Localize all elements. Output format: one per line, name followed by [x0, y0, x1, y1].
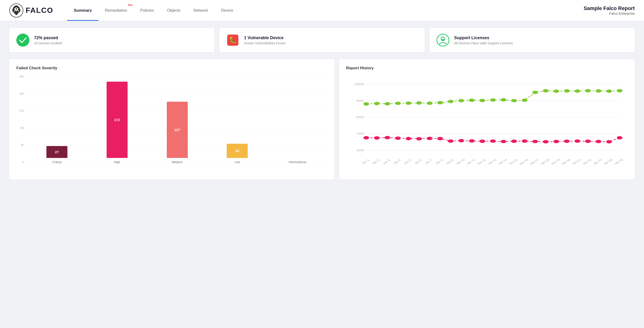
line-dot-passed — [501, 98, 506, 102]
report-title: Sample Falco Report — [584, 5, 635, 12]
line-dot-failed — [574, 139, 580, 143]
nav-item-remediation[interactable]: RemediationNew — [98, 0, 134, 21]
line-chart-panel: Report History 2004006008001000Jan 1Jan … — [339, 59, 635, 180]
line-dot-failed — [427, 137, 432, 140]
bar-value-label: 32 — [235, 149, 239, 153]
bar-x-label: Informational — [289, 160, 306, 164]
chart-y-label: 1000 — [354, 83, 364, 86]
bar-x-label: Low — [234, 160, 240, 164]
bar-low: 32 — [227, 144, 248, 158]
line-dot-failed — [416, 137, 422, 140]
line-dot-failed — [585, 140, 591, 143]
card-title-licenses: Support Licenses — [454, 36, 513, 40]
bar-x-label: High — [114, 160, 120, 164]
bar-critical: 27 — [46, 146, 68, 158]
bar-value-label: 127 — [174, 128, 180, 132]
chart-x-label: Jan 5 — [403, 159, 412, 165]
svg-point-6 — [442, 39, 444, 41]
chart-x-label: Jan 6 — [413, 159, 423, 165]
logo-area: FALCO — [9, 4, 53, 18]
line-dot-failed — [522, 139, 528, 143]
line-dot-failed — [406, 137, 411, 140]
line-dot-passed — [469, 98, 475, 102]
chart-x-label: Jan 16 — [518, 158, 530, 165]
summary-card-licenses: Support Licenses All Devices Have Valid … — [430, 28, 635, 52]
line-dot-passed — [480, 99, 485, 102]
summary-cards-row: 72% passed 43 Devices Audited 🐛 1 Vulner… — [9, 28, 635, 52]
line-dot-failed — [511, 140, 517, 143]
line-dot-failed — [596, 140, 601, 143]
line-dot-failed — [490, 139, 496, 143]
report-title-area: Sample Falco Report Falco Enterprise — [584, 5, 635, 16]
bar-chart-title: Failed Check Severity — [16, 66, 328, 70]
line-dot-passed — [364, 102, 369, 106]
line-dot-failed — [554, 140, 559, 143]
chart-y-label: 600 — [356, 116, 364, 119]
bars-container: 27Critical172High127Medium32LowInformati… — [27, 75, 328, 164]
line-dot-passed — [617, 89, 622, 92]
card-text-passed: 72% passed 43 Devices Audited — [34, 36, 62, 45]
chart-y-label: 200 — [356, 149, 364, 152]
bar-group-high: 172High — [87, 75, 147, 164]
summary-card-vulnerable: 🐛 1 Vulnerable Device Known Vulnerabilit… — [219, 28, 424, 52]
line-dot-passed — [606, 89, 612, 93]
chart-x-label: Jan 3 — [382, 159, 391, 165]
y-axis-label: 120 — [16, 109, 26, 112]
line-dot-failed — [448, 139, 454, 143]
card-subtitle-licenses: All Devices Have Valid Support Licenses — [454, 41, 513, 45]
line-dot-passed — [385, 102, 390, 106]
line-dot-passed — [554, 89, 559, 93]
logo-text: FALCO — [26, 6, 53, 15]
bar-group-medium: 127Medium — [147, 75, 207, 164]
line-dot-passed — [416, 101, 422, 105]
chart-x-label: Jan 20 — [560, 158, 572, 165]
line-dot-failed — [364, 136, 369, 140]
chart-x-label: Jan 13 — [486, 158, 498, 165]
bar-group-informational: Informational — [267, 75, 328, 164]
summary-card-passed: 72% passed 43 Devices Audited — [9, 28, 214, 52]
report-subtitle: Falco Enterprise — [584, 12, 635, 16]
line-dot-passed — [543, 89, 548, 92]
chart-x-label: Jan 21 — [571, 158, 582, 165]
line-dot-failed — [395, 136, 401, 140]
line-dot-passed — [596, 89, 601, 92]
line-dot-passed — [511, 99, 517, 102]
line-dot-passed — [490, 98, 496, 102]
chart-x-label: Jan 14 — [497, 158, 508, 165]
line-dot-failed — [469, 139, 475, 143]
bar-group-critical: 27Critical — [27, 75, 87, 164]
charts-row: Failed Check Severity 04080120160200 27C… — [9, 59, 635, 180]
bar-x-label: Medium — [172, 160, 182, 164]
line-dot-passed — [374, 102, 380, 105]
line-chart-svg: 2004006008001000Jan 1Jan 2Jan 3Jan 4Jan … — [346, 75, 628, 173]
nav-item-objects[interactable]: Objects — [160, 0, 187, 21]
line-series-passed — [366, 91, 620, 104]
y-axis-label: 40 — [16, 144, 26, 147]
chart-x-label: Jan 8 — [434, 159, 444, 165]
nav-item-network[interactable]: Network — [187, 0, 214, 21]
card-subtitle-passed: 43 Devices Audited — [34, 41, 62, 45]
chart-x-label: Jan 18 — [539, 158, 550, 165]
y-axis-label: 80 — [16, 126, 26, 130]
line-dot-passed — [427, 102, 432, 105]
chart-x-label: Jan 23 — [592, 158, 603, 165]
chart-x-label: Jan 12 — [476, 158, 487, 165]
line-dot-failed — [532, 140, 538, 143]
main-content: 72% passed 43 Devices Audited 🐛 1 Vulner… — [0, 21, 644, 187]
line-dot-passed — [574, 89, 580, 93]
nav-item-summary[interactable]: Summary — [67, 0, 98, 21]
header: FALCO SummaryRemediationNewPoliciesObjec… — [0, 0, 644, 21]
bar-chart-area: 04080120160200 27Critical172High127Mediu… — [16, 75, 328, 173]
check-icon — [16, 34, 30, 47]
nav-item-device[interactable]: Device — [214, 0, 240, 21]
bar-high: 172 — [106, 82, 128, 158]
chart-x-label: Jan 25 — [613, 158, 624, 165]
line-dot-failed — [480, 140, 485, 143]
nav-item-policies[interactable]: Policies — [134, 0, 160, 21]
line-dot-passed — [395, 102, 401, 105]
line-dot-failed — [617, 136, 622, 140]
line-dot-passed — [564, 89, 570, 92]
svg-text:🐛: 🐛 — [229, 36, 237, 44]
card-text-vulnerable: 1 Vulnerable Device Known Vulnerabilitie… — [244, 36, 285, 45]
line-dot-failed — [374, 136, 380, 140]
